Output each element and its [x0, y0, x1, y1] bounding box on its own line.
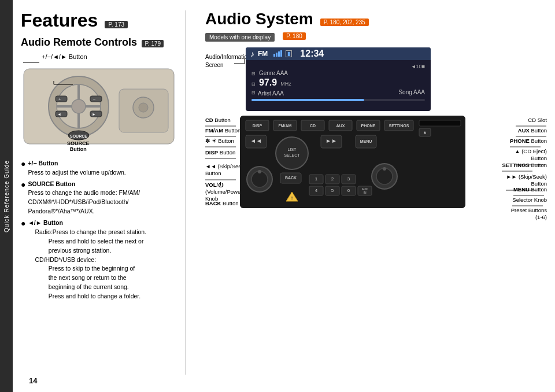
fm-volume-text: ◄10■	[251, 64, 425, 69]
svg-point-4	[72, 99, 86, 113]
right-column: Audio System P. 180, 202, 235 Models wit…	[199, 10, 547, 382]
remote-svg: + − ◄ ► SOURCE	[21, 66, 180, 151]
column-divider	[185, 10, 186, 375]
star-button-label: ✽ ☀ Button	[205, 138, 236, 150]
sidebar: Quick Reference Guide	[0, 0, 13, 392]
svg-text:►►: ►►	[325, 138, 337, 144]
models-row: Models with one display P. 180	[205, 31, 547, 42]
fm-artist: Artist AAA	[258, 90, 284, 97]
fm-body: ◄10■ ⊟ Genre AAA ⊟ 97.9 MHz ⊟ Artist AAA	[246, 60, 431, 105]
audio-remote-ref: P. 179	[142, 40, 164, 47]
svg-text:2: 2	[331, 176, 334, 182]
svg-text:◄◄: ◄◄	[250, 138, 262, 144]
disp-line	[205, 156, 236, 161]
svg-text:SOURCE: SOURCE	[70, 134, 87, 138]
button-label: +/−/◄/► Button	[42, 53, 87, 60]
bullet-source: ● SOURCE Button Press to change the audi…	[21, 180, 186, 216]
audio-remote-subtitle: Audio Remote Controls	[21, 36, 137, 48]
screen-section: Audio/InformationScreen ♪ FM	[205, 47, 547, 111]
svg-text:LIST: LIST	[288, 147, 297, 151]
fm-top-bar: ♪ FM ▮ 12:34	[246, 47, 431, 60]
bullet-list: ● +/− Button Press to adjust the volume …	[21, 159, 186, 301]
back-button-label: BACK Button	[205, 200, 239, 206]
svg-point-21	[139, 103, 148, 112]
features-title: Features	[21, 10, 98, 31]
svg-text:6: 6	[347, 188, 350, 193]
svg-text:CD: CD	[310, 124, 316, 128]
svg-text:5: 5	[331, 188, 334, 193]
remote-diagram: +/−/◄/► Button	[21, 53, 186, 154]
models-badge: Models with one display	[205, 33, 275, 42]
fm-label: FM	[258, 50, 268, 58]
fm-note-icon: ♪	[250, 49, 254, 58]
fm-volume-bar	[251, 99, 425, 101]
page-number: 14	[29, 376, 37, 385]
audio-system-title: Audio System	[205, 10, 313, 28]
svg-point-62	[376, 168, 393, 184]
svg-text:+: +	[58, 97, 61, 102]
audio-system-title-row: Audio System P. 180, 202, 235	[205, 10, 547, 28]
main-content: Features P. 173 Audio Remote Controls P.…	[13, 0, 555, 392]
svg-point-63	[383, 167, 386, 171]
fm-frequency: 97.9	[259, 77, 277, 88]
fm-freq-row: ⊟ 97.9 MHz	[251, 77, 425, 88]
disp-button-label: DISP Button	[205, 149, 236, 161]
control-panel: DISP FM/AM CD AUX PHONE SETTINGS	[240, 116, 465, 208]
remote-image: + − ◄ ► SOURCE	[21, 66, 180, 151]
source-button-label: SOURCE Button	[67, 140, 90, 153]
svg-text:◄: ◄	[57, 112, 61, 116]
svg-text:SELECT: SELECT	[284, 153, 300, 157]
bullet-volume: ● +/− Button Press to adjust the volume …	[21, 159, 186, 177]
sidebar-label: Quick Reference Guide	[3, 160, 10, 232]
svg-point-57	[251, 171, 268, 187]
fm-time: 12:34	[300, 49, 324, 59]
control-panel-svg: DISP FM/AM CD AUX PHONE SETTINGS	[240, 116, 465, 208]
fm-artist-row: ⊟ Artist AAA Song AAA	[251, 89, 425, 97]
svg-text:3: 3	[347, 176, 350, 182]
battery-icon: ▮	[286, 50, 292, 57]
svg-text:4: 4	[315, 188, 318, 193]
fm-mhz: MHz	[280, 81, 291, 87]
svg-rect-44	[419, 120, 461, 126]
svg-rect-10	[90, 96, 102, 102]
bullet-nav: ● ◄/► Button Radio:Press to change the p…	[21, 219, 186, 301]
svg-text:−: −	[93, 97, 96, 102]
fm-genre: Genre AAA	[259, 70, 288, 76]
svg-rect-9	[56, 96, 67, 102]
preset-buttons-label: Preset Buttons(1-6)	[511, 207, 547, 221]
svg-text:►: ►	[92, 112, 96, 116]
settings-button-label: SETTINGS Button	[502, 162, 547, 174]
svg-text:DISP: DISP	[253, 124, 262, 128]
features-ref: P. 173	[105, 21, 128, 28]
svg-text:▲: ▲	[423, 130, 427, 134]
fm-screen: ♪ FM ▮ 12:34 ◄10■ ⊟	[246, 47, 431, 111]
audio-system-ref: P. 180, 202, 235	[320, 19, 369, 26]
features-title-row: Features P. 173	[21, 10, 186, 33]
signal-icon	[273, 50, 282, 57]
svg-point-58	[258, 170, 261, 173]
fm-genre-row: ⊟ Genre AAA	[251, 70, 425, 76]
svg-text:IN: IN	[364, 191, 367, 194]
genre-icon: ⊟	[251, 71, 256, 76]
svg-text:!: !	[291, 195, 293, 201]
subtitle-row: Audio Remote Controls P. 179	[21, 36, 186, 49]
freq-icon: ⊟	[251, 82, 256, 87]
svg-text:AUX: AUX	[336, 124, 345, 128]
models-ref: P. 180	[283, 32, 306, 40]
left-column: Features P. 173 Audio Remote Controls P.…	[21, 10, 191, 382]
svg-text:1: 1	[315, 176, 318, 182]
svg-text:BACK: BACK	[285, 176, 297, 180]
fm-song: Song AAA	[398, 89, 425, 95]
svg-text:PHONE: PHONE	[361, 124, 376, 128]
artist-icon: ⊟	[251, 90, 256, 95]
fm-volume-fill	[251, 99, 364, 101]
svg-text:FM/AM: FM/AM	[279, 124, 292, 128]
audio-info-label: Audio/InformationScreen	[205, 53, 236, 69]
svg-text:SETTINGS: SETTINGS	[388, 124, 409, 128]
svg-text:MENU: MENU	[360, 139, 372, 143]
control-panel-section: CD Button FM/AM Button ✽ ☀ Button	[205, 116, 547, 208]
